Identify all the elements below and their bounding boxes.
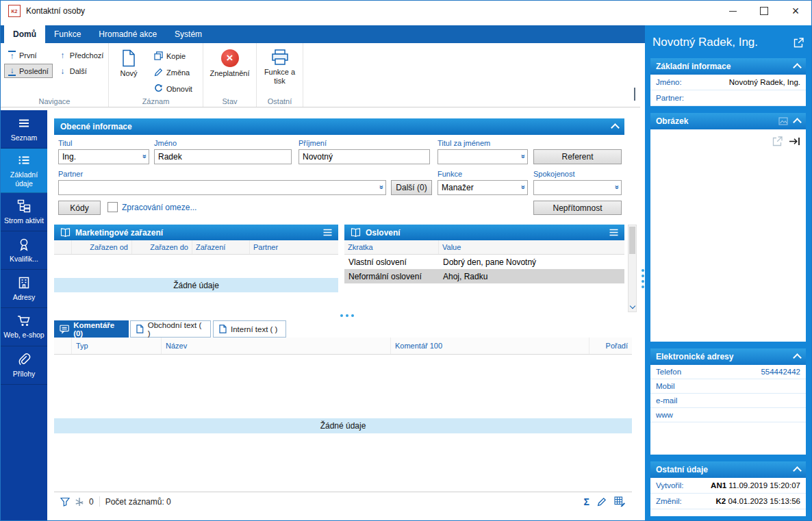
- sidebar-item-seznam[interactable]: Seznam: [1, 110, 47, 149]
- collapse-chevron-icon[interactable]: [793, 353, 802, 362]
- dropdown-icon[interactable]: «: [376, 186, 384, 189]
- kody-button[interactable]: Kódy: [58, 201, 101, 215]
- spokojenost-combobox[interactable]: «: [533, 180, 622, 195]
- column-header-zarazen-od[interactable]: Zařazen od: [72, 240, 132, 254]
- tab-obchodni-text[interactable]: Obchodní text ( ): [130, 320, 211, 338]
- sidebar-item-zakladni-udaje[interactable]: Základní údaje: [1, 149, 47, 193]
- next-record-button[interactable]: ↓ Další: [55, 64, 108, 78]
- refresh-icon: [154, 84, 163, 93]
- tab-interni-text[interactable]: Interní text ( ): [213, 320, 286, 338]
- sum-icon[interactable]: Σ: [584, 497, 589, 507]
- copy-record-button[interactable]: Kopie: [150, 48, 198, 64]
- picture-icon[interactable]: [778, 117, 788, 125]
- zpracovani-checkbox[interactable]: [107, 202, 118, 212]
- first-record-button[interactable]: ↑ První: [4, 48, 53, 62]
- osloveni-table-body: Vlastní oslovení Dobrý den, pane Novotný…: [344, 255, 624, 312]
- vertical-scrollbar[interactable]: [628, 225, 637, 312]
- collapse-chevron-icon[interactable]: [793, 466, 802, 475]
- edit-table-icon[interactable]: [614, 496, 626, 507]
- sidebar-item-adresy[interactable]: Adresy: [1, 270, 47, 308]
- refresh-record-button[interactable]: Obnovit: [150, 81, 198, 97]
- collapse-chevron-icon[interactable]: [611, 123, 620, 132]
- column-header-nazev[interactable]: Název: [162, 338, 391, 354]
- titul-za-jmenem-combobox[interactable]: «: [437, 149, 528, 164]
- info-label: Jméno:: [656, 78, 682, 86]
- collapse-chevron-icon[interactable]: [793, 118, 802, 127]
- dalsi-button[interactable]: Další (0): [391, 180, 432, 195]
- functions-print-button[interactable]: Funkce a tisk: [261, 46, 299, 86]
- sidebar-item-web-eshop[interactable]: Web, e-shop: [1, 308, 47, 346]
- filter-icon[interactable]: [60, 497, 70, 507]
- edit-record-button[interactable]: Změna: [150, 64, 198, 80]
- prijmeni-input[interactable]: [303, 152, 426, 162]
- nepritomnost-button[interactable]: Nepřítomnost: [533, 201, 622, 215]
- dropdown-icon[interactable]: «: [139, 155, 147, 158]
- scrollbar-thumb[interactable]: [629, 227, 635, 254]
- window-minimize-button[interactable]: [717, 1, 748, 21]
- panel-menu-icon[interactable]: [609, 229, 618, 236]
- vertical-splitter[interactable]: [640, 43, 645, 520]
- dropdown-icon[interactable]: «: [611, 186, 620, 189]
- scrollbar-down-button[interactable]: [629, 302, 636, 312]
- ribbon-tab-hromadne-akce[interactable]: Hromadné akce: [90, 25, 166, 43]
- sidebar-item-label: Základní údaje: [2, 170, 46, 188]
- contact-name-title: Novotný Radek, Ing.: [652, 36, 758, 49]
- panel-menu-icon[interactable]: [323, 229, 332, 236]
- address-row-www[interactable]: www: [650, 408, 806, 422]
- fit-width-icon[interactable]: [789, 137, 800, 146]
- column-header-zarazen-do[interactable]: Zařazen do: [132, 240, 192, 254]
- invalidate-button[interactable]: × Zneplatnění: [207, 46, 252, 78]
- osloveni-column-headers: Zkratka Value: [344, 240, 624, 255]
- column-header-partner[interactable]: Partner: [250, 240, 338, 254]
- sidebar-item-prilohy[interactable]: Přílohy: [1, 346, 47, 385]
- nepritomnost-button-label: Nepřítomnost: [553, 203, 602, 213]
- previous-record-button[interactable]: ↑ Předchozí: [55, 48, 108, 62]
- column-header-typ[interactable]: Typ: [72, 338, 162, 354]
- dropdown-icon[interactable]: «: [518, 155, 526, 158]
- address-row-email[interactable]: e-mail: [650, 394, 806, 408]
- ribbon-tab-domu[interactable]: Domů: [4, 25, 45, 43]
- dropdown-icon[interactable]: «: [518, 186, 526, 189]
- window-close-button[interactable]: ×: [780, 1, 811, 21]
- address-row-telefon[interactable]: Telefon 554442442: [650, 365, 806, 379]
- last-record-button[interactable]: ↓ Poslední: [4, 64, 53, 78]
- qualification-badge-icon: [17, 238, 31, 251]
- ribbon-tab-system[interactable]: Systém: [166, 25, 211, 43]
- column-header-poradi[interactable]: Pořadí: [589, 338, 632, 354]
- column-header-zarazeni[interactable]: Zařazení: [192, 240, 250, 254]
- open-image-icon[interactable]: [772, 136, 783, 147]
- osloveni-row[interactable]: Vlastní oslovení Dobrý den, pane Novotný: [344, 255, 624, 269]
- horizontal-splitter[interactable]: [340, 314, 354, 317]
- referent-button[interactable]: Referent: [533, 149, 622, 164]
- column-header-komentar[interactable]: Komentář 100: [391, 338, 589, 354]
- titul-combobox[interactable]: Ing. «: [58, 149, 149, 164]
- osloveni-row-selected[interactable]: Neformální oslovení Ahoj, Radku: [344, 269, 624, 283]
- window-maximize-button[interactable]: [748, 1, 780, 21]
- conditions-icon[interactable]: [75, 498, 84, 506]
- invalidate-label: Zneplatnění: [210, 69, 249, 78]
- ribbon-tab-funkce[interactable]: Funkce: [45, 25, 90, 43]
- section-ostatni-udaje: Ostatní údaje Vytvořil: AN1 11.09.2019 1…: [650, 461, 806, 516]
- copy-record-label: Kopie: [166, 52, 186, 60]
- jmeno-input[interactable]: [158, 152, 288, 162]
- edit-icon[interactable]: [597, 497, 607, 507]
- copy-icon: [154, 51, 163, 60]
- column-header-empty[interactable]: [54, 338, 72, 354]
- ribbon-collapse-button[interactable]: [634, 89, 635, 101]
- sidebar-item-strom-aktivit[interactable]: Strom aktivit: [1, 193, 47, 231]
- column-header-value[interactable]: Value: [439, 240, 624, 254]
- new-record-button[interactable]: Nový: [113, 46, 144, 97]
- address-row-mobil[interactable]: Mobil: [650, 379, 806, 394]
- partner-combobox[interactable]: «: [58, 180, 386, 195]
- value-cell: Ahoj, Radku: [439, 272, 624, 281]
- column-header-empty[interactable]: [54, 240, 72, 254]
- column-header-zkratka[interactable]: Zkratka: [344, 240, 439, 254]
- collapse-chevron-icon[interactable]: [793, 63, 802, 72]
- shopping-cart-icon: [17, 315, 31, 327]
- ribbon-group-label-ostatni: Ostatní: [257, 97, 303, 105]
- tab-komentare[interactable]: Komentáře (0): [54, 320, 129, 338]
- window-title: Kontaktní osoby: [26, 6, 85, 16]
- sidebar-item-kvalifikace[interactable]: Kvalifik...: [1, 231, 47, 270]
- funkce-combobox[interactable]: Manažer «: [437, 180, 528, 195]
- open-in-window-icon[interactable]: [794, 38, 804, 48]
